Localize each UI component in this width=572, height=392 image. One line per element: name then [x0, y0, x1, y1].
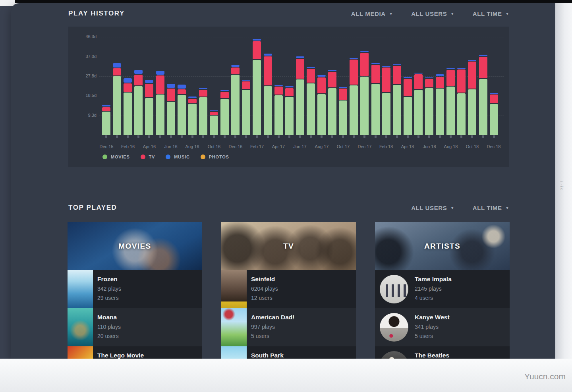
- chart-bar[interactable]: [307, 67, 315, 135]
- bar-segment-music: [102, 105, 110, 106]
- bar-segment-music: [393, 64, 401, 65]
- list-item[interactable]: American Dad!997 plays5 users: [221, 308, 356, 346]
- chart-bar[interactable]: [360, 51, 369, 135]
- bar-segment-music: [404, 77, 412, 78]
- chart-bar[interactable]: [339, 87, 347, 135]
- chart-bar[interactable]: [253, 39, 261, 135]
- play-history-chart: 9.3d18.5d27.8d37.0d46.3dDec 15Feb 16Apr …: [68, 27, 509, 167]
- bar-segment-movies: [414, 90, 423, 135]
- list-item[interactable]: The Beatles: [375, 346, 510, 359]
- bar-segment-tv: [371, 65, 380, 83]
- item-users: 12 users: [251, 295, 278, 301]
- x-axis-label: Oct 17: [331, 144, 355, 149]
- chart-bar[interactable]: [404, 77, 412, 135]
- bar-segment-movies: [446, 87, 455, 135]
- users-filter-dropdown[interactable]: ALL USERS: [411, 10, 454, 17]
- chart-bar[interactable]: [242, 80, 250, 135]
- list-item[interactable]: South Park: [221, 346, 356, 359]
- bar-segment-music: [490, 93, 498, 94]
- top-played-card-movies: MOVIESFrozen342 plays29 usersMoana110 pl…: [68, 222, 202, 359]
- chart-bar[interactable]: [264, 54, 272, 135]
- bottom-edge-gutter: Yuucn.com: [0, 359, 572, 392]
- legend-item-music[interactable]: MUSIC: [166, 154, 189, 159]
- chart-bar[interactable]: [425, 77, 433, 135]
- bar-segment-music: [242, 80, 250, 81]
- chart-bar[interactable]: [328, 70, 336, 135]
- chart-bar[interactable]: [285, 86, 294, 135]
- chart-bar[interactable]: [479, 55, 487, 135]
- legend-item-tv[interactable]: TV: [141, 154, 155, 159]
- x-axis-tick: [396, 135, 398, 138]
- chart-bar[interactable]: [393, 64, 401, 135]
- play-history-header: PLAY HISTORY ALL MEDIA ALL USERS ALL TIM…: [68, 8, 509, 19]
- chart-bar[interactable]: [457, 68, 466, 135]
- bar-segment-tv: [307, 69, 315, 83]
- list-item[interactable]: Kanye West341 plays5 users: [375, 308, 510, 346]
- bar-segment-music: [317, 75, 326, 77]
- bar-segment-music: [307, 67, 315, 68]
- x-axis-label: Dec 15: [95, 144, 118, 149]
- top-played-users-filter-dropdown[interactable]: ALL USERS: [411, 205, 454, 211]
- list-item[interactable]: Tame Impala2145 plays4 users: [375, 270, 510, 308]
- x-axis-tick: [148, 135, 150, 138]
- bar-segment-movies: [253, 60, 261, 135]
- chart-bar[interactable]: [167, 84, 175, 135]
- x-axis-label: Oct 16: [202, 144, 226, 149]
- chart-bar[interactable]: [113, 63, 121, 135]
- bar-segment-tv: [339, 89, 347, 100]
- chart-bar[interactable]: [317, 75, 326, 135]
- chart-bar[interactable]: [371, 63, 380, 135]
- item-users: 20 users: [97, 333, 121, 339]
- edge-artifact-text: z·ic: [560, 181, 564, 191]
- top-played-time-filter-dropdown[interactable]: ALL TIME: [473, 205, 509, 211]
- item-plays: 997 plays: [251, 324, 294, 330]
- chart-bar[interactable]: [134, 70, 143, 135]
- list-item[interactable]: Frozen342 plays29 users: [68, 270, 202, 308]
- x-axis-tick: [256, 135, 258, 138]
- x-axis-label: Jun 17: [288, 144, 312, 149]
- bar-segment-music: [285, 86, 294, 87]
- chart-bar[interactable]: [274, 85, 283, 135]
- chart-bar[interactable]: [210, 110, 218, 135]
- list-item[interactable]: The Lego Movie: [68, 346, 202, 359]
- chart-bar[interactable]: [414, 73, 423, 135]
- bar-segment-tv: [242, 81, 250, 89]
- chart-bar[interactable]: [220, 90, 229, 135]
- chart-bar[interactable]: [145, 80, 153, 135]
- chart-bar[interactable]: [178, 85, 186, 135]
- chart-bar[interactable]: [468, 60, 476, 135]
- legend-dot: [102, 154, 107, 159]
- bar-segment-movies: [425, 88, 433, 135]
- chart-bar[interactable]: [124, 78, 132, 135]
- legend-label: PHOTOS: [209, 154, 229, 159]
- bar-segment-music: [199, 88, 207, 89]
- x-axis-tick: [234, 135, 236, 138]
- chart-bar[interactable]: [350, 58, 358, 135]
- chart-bar[interactable]: [156, 71, 164, 135]
- chart-bar[interactable]: [490, 93, 498, 135]
- bar-segment-movies: [231, 75, 240, 135]
- list-item[interactable]: Seinfeld6204 plays12 users: [221, 270, 356, 308]
- bar-segment-movies: [242, 90, 250, 135]
- chart-bar[interactable]: [199, 88, 207, 135]
- bar-segment-movies: [210, 116, 218, 135]
- x-axis-tick: [417, 135, 419, 138]
- poster-thumbnail: [221, 308, 247, 346]
- top-played-title: TOP PLAYED: [68, 204, 117, 212]
- chart-bar[interactable]: [436, 74, 444, 135]
- chart-bar[interactable]: [446, 68, 455, 135]
- chart-bar[interactable]: [102, 105, 110, 135]
- chart-bar[interactable]: [188, 97, 197, 135]
- chart-bar[interactable]: [231, 65, 240, 135]
- legend-item-movies[interactable]: MOVIES: [102, 154, 130, 159]
- chart-bar[interactable]: [382, 66, 390, 135]
- chevron-down-icon: [505, 206, 509, 210]
- bar-segment-music: [339, 87, 347, 88]
- time-filter-dropdown[interactable]: ALL TIME: [473, 10, 509, 17]
- chart-bar[interactable]: [296, 56, 304, 135]
- card-title: MOVIES: [118, 242, 151, 251]
- bar-segment-tv: [425, 79, 433, 87]
- legend-item-photos[interactable]: PHOTOS: [201, 154, 229, 159]
- list-item[interactable]: Moana110 plays20 users: [68, 308, 202, 346]
- media-filter-dropdown[interactable]: ALL MEDIA: [351, 10, 393, 17]
